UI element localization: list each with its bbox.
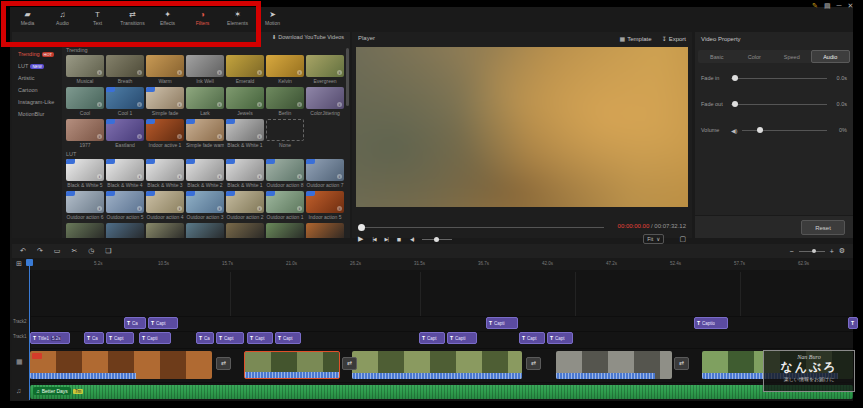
- filter-thumbnail[interactable]: i: [186, 191, 224, 213]
- property-slider[interactable]: [731, 104, 827, 105]
- filter-thumbnail[interactable]: i: [306, 191, 344, 213]
- filter-thumbnail[interactable]: i: [146, 159, 184, 181]
- filter-thumbnail[interactable]: i: [146, 87, 184, 109]
- filter-thumbnail[interactable]: i: [106, 191, 144, 213]
- toolbar-item-audio[interactable]: ♫Audio: [49, 10, 76, 26]
- playhead-handle[interactable]: [26, 259, 33, 266]
- filter-thumbnail[interactable]: i: [186, 159, 224, 181]
- slider-knob[interactable]: [732, 75, 738, 81]
- filter-thumbnail[interactable]: i: [106, 119, 144, 141]
- text-clip[interactable]: TCapti: [139, 332, 171, 344]
- filter-thumbnail[interactable]: i: [106, 159, 144, 181]
- filter-thumbnail[interactable]: i: [226, 55, 264, 77]
- info-icon[interactable]: i: [137, 102, 142, 107]
- scrollbar[interactable]: [346, 48, 349, 106]
- filter-item[interactable]: iLark: [186, 87, 224, 116]
- property-slider[interactable]: [742, 130, 827, 131]
- filter-item[interactable]: iBlack & White 1: [226, 159, 264, 188]
- transition-icon[interactable]: ⇄: [216, 357, 231, 370]
- info-icon[interactable]: i: [217, 174, 222, 179]
- info-icon[interactable]: i: [337, 206, 342, 211]
- sidebar-item-instagram-like[interactable]: Instagram-Like: [12, 96, 62, 108]
- filter-thumbnail[interactable]: i: [226, 87, 264, 109]
- filter-item[interactable]: iCool: [66, 87, 104, 116]
- filter-item[interactable]: [306, 223, 344, 238]
- filter-thumbnail[interactable]: [226, 223, 264, 238]
- filter-item[interactable]: iEastland: [106, 119, 144, 148]
- slider-knob[interactable]: [732, 101, 738, 107]
- seek-knob[interactable]: [358, 224, 365, 231]
- video-clip[interactable]: [30, 351, 212, 379]
- filter-thumbnail[interactable]: [306, 223, 344, 238]
- info-icon[interactable]: i: [177, 102, 182, 107]
- filter-item[interactable]: iOutdoor action 7: [306, 159, 344, 188]
- tab-basic[interactable]: Basic: [698, 50, 736, 63]
- video-clip[interactable]: [556, 351, 672, 379]
- filter-item[interactable]: iOutdoor action 8: [266, 159, 304, 188]
- filter-item[interactable]: iInk Well: [186, 55, 224, 84]
- info-icon[interactable]: i: [177, 134, 182, 139]
- info-icon[interactable]: i: [297, 70, 302, 75]
- filter-thumbnail[interactable]: i: [226, 159, 264, 181]
- filter-item[interactable]: [186, 223, 224, 238]
- info-icon[interactable]: i: [257, 206, 262, 211]
- audio-clip[interactable]: ♫Better Days 7m: [30, 385, 853, 399]
- filter-item[interactable]: None: [266, 119, 304, 148]
- filter-item[interactable]: iBlack & White 5: [66, 159, 104, 188]
- undo-icon[interactable]: ↶: [20, 247, 26, 255]
- toolbar-item-transitions[interactable]: ⇄Transitions: [119, 10, 146, 26]
- filter-thumbnail[interactable]: [186, 223, 224, 238]
- info-icon[interactable]: i: [297, 206, 302, 211]
- text-clip[interactable]: TCapti: [447, 332, 477, 344]
- filter-item[interactable]: iOutdoor action 4: [146, 191, 184, 220]
- filter-item[interactable]: iEmerald: [226, 55, 264, 84]
- filter-thumbnail[interactable]: i: [186, 119, 224, 141]
- video-preview[interactable]: [356, 47, 688, 207]
- filter-thumbnail[interactable]: [266, 119, 304, 141]
- transition-icon[interactable]: ⇄: [526, 357, 541, 370]
- filter-item[interactable]: iOutdoor action 1: [266, 191, 304, 220]
- info-icon[interactable]: i: [97, 174, 102, 179]
- minimize-button[interactable]: ─: [837, 2, 842, 10]
- filter-thumbnail[interactable]: i: [66, 87, 104, 109]
- filter-thumbnail[interactable]: i: [306, 87, 344, 109]
- info-icon[interactable]: i: [137, 206, 142, 211]
- filter-thumbnail[interactable]: i: [146, 119, 184, 141]
- tab-color[interactable]: Color: [736, 50, 774, 63]
- info-icon[interactable]: i: [177, 174, 182, 179]
- filter-thumbnail[interactable]: i: [146, 191, 184, 213]
- info-icon[interactable]: i: [177, 70, 182, 75]
- info-icon[interactable]: i: [97, 102, 102, 107]
- export-button[interactable]: ↧ Export: [662, 35, 686, 42]
- sidebar-item-trending[interactable]: TrendingHOT: [12, 48, 62, 60]
- filter-thumbnail[interactable]: [106, 223, 144, 238]
- speed-icon[interactable]: ◷: [88, 247, 94, 255]
- filter-thumbnail[interactable]: i: [66, 119, 104, 141]
- text-clip[interactable]: TCapt: [247, 332, 273, 344]
- transition-icon[interactable]: ⇄: [342, 357, 357, 370]
- text-clip[interactable]: TCapt: [216, 332, 244, 344]
- text-clip[interactable]: TCapt: [419, 332, 445, 344]
- info-icon[interactable]: i: [257, 174, 262, 179]
- slider-knob[interactable]: [757, 127, 763, 133]
- text-clip[interactable]: TCaptio: [694, 317, 728, 329]
- filter-thumbnail[interactable]: i: [306, 159, 344, 181]
- filter-thumbnail[interactable]: i: [66, 191, 104, 213]
- text-clip[interactable]: TCa: [196, 332, 214, 344]
- filter-thumbnail[interactable]: i: [186, 87, 224, 109]
- toolbar-item-filters[interactable]: ◑Filters: [189, 10, 216, 26]
- close-button[interactable]: ✕: [847, 2, 853, 10]
- filter-item[interactable]: iOutdoor action 6: [66, 191, 104, 220]
- prev-frame-button[interactable]: |◀: [372, 236, 375, 242]
- sidebar-item-motionblur[interactable]: MotionBlur: [12, 108, 62, 120]
- info-icon[interactable]: i: [337, 174, 342, 179]
- text-clip[interactable]: TCapt: [519, 332, 545, 344]
- filter-thumbnail[interactable]: i: [226, 119, 264, 141]
- text-clip[interactable]: TCa: [84, 332, 104, 344]
- redo-icon[interactable]: ↷: [37, 247, 43, 255]
- volume-icon[interactable]: ◀): [410, 236, 414, 242]
- info-icon[interactable]: i: [337, 70, 342, 75]
- info-icon[interactable]: i: [97, 70, 102, 75]
- volume-knob[interactable]: [434, 237, 439, 242]
- template-button[interactable]: ▦ Template: [620, 35, 652, 42]
